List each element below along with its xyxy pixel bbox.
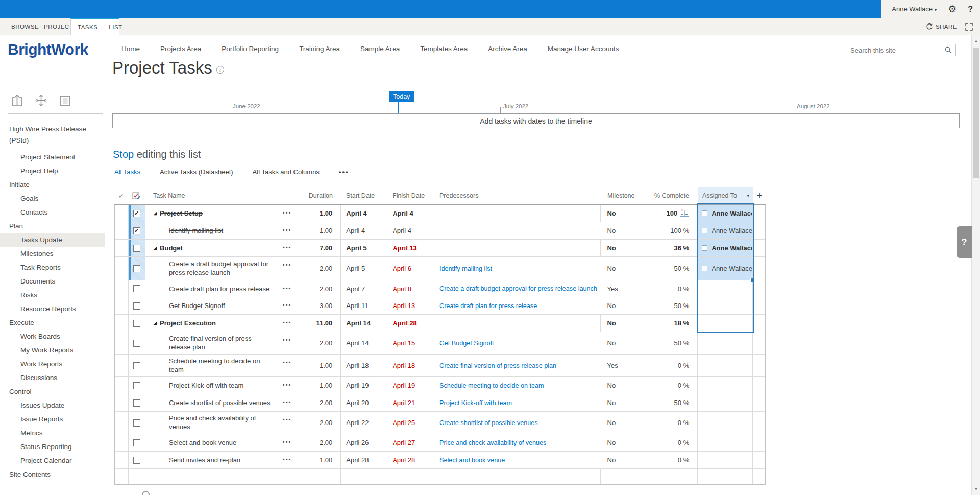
row-gutter-cell[interactable] bbox=[115, 452, 129, 468]
percent-complete-cell[interactable]: 0 % bbox=[649, 434, 698, 451]
row-select-cell[interactable] bbox=[129, 469, 145, 484]
row-menu-ellipsis[interactable]: ••• bbox=[283, 416, 292, 422]
predecessor-link[interactable]: Project Kick-off with team bbox=[439, 399, 512, 407]
milestone-cell[interactable]: No bbox=[601, 257, 650, 280]
row-select-cell[interactable]: ✓ bbox=[129, 222, 145, 239]
tab-browse[interactable]: BROWSE bbox=[11, 18, 39, 35]
predecessors-cell[interactable] bbox=[435, 222, 601, 239]
duration-cell[interactable]: 1.00 bbox=[303, 452, 341, 468]
tab-project[interactable]: PROJECT bbox=[44, 18, 73, 35]
sidebar-item-plan[interactable]: Plan bbox=[0, 219, 105, 233]
row-select-cell[interactable] bbox=[129, 280, 145, 297]
row-checkbox[interactable] bbox=[133, 245, 140, 252]
header-start-date[interactable]: Start Date bbox=[341, 187, 387, 204]
finish-date-cell[interactable]: April 18 bbox=[387, 355, 435, 376]
scroll-down-arrow[interactable]: ▼ bbox=[972, 487, 980, 491]
assigned-to-cell[interactable] bbox=[698, 452, 753, 468]
row-checkbox[interactable] bbox=[133, 439, 140, 446]
milestone-cell[interactable]: No bbox=[601, 452, 650, 468]
add-column-button[interactable]: + bbox=[753, 187, 766, 204]
top-nav-item-manage-user-accounts[interactable]: Manage User Accounts bbox=[548, 45, 619, 53]
tab-tasks[interactable]: TASKS bbox=[78, 19, 97, 35]
predecessors-cell[interactable]: Project Kick-off with team bbox=[435, 394, 601, 411]
view-all-tasks-and-columns[interactable]: All Tasks and Columns bbox=[253, 168, 320, 176]
row-menu-ellipsis[interactable]: ••• bbox=[283, 359, 292, 365]
top-nav-item-training-area[interactable]: Training Area bbox=[299, 45, 340, 53]
help-flyout-tab[interactable]: ? bbox=[957, 226, 972, 258]
row-menu-ellipsis[interactable]: ••• bbox=[283, 209, 292, 216]
row-checkbox[interactable] bbox=[133, 285, 140, 292]
row-menu-ellipsis[interactable]: ••• bbox=[283, 262, 292, 268]
duration-cell[interactable]: 2.00 bbox=[303, 257, 341, 280]
stop-editing-link[interactable]: Stop bbox=[113, 149, 134, 160]
milestone-cell[interactable]: No bbox=[601, 297, 650, 314]
view-all-tasks[interactable]: All Tasks bbox=[114, 168, 140, 176]
cell-editor-icon[interactable] bbox=[680, 209, 689, 218]
sidebar-item-tasks-update[interactable]: Tasks Update bbox=[0, 233, 105, 247]
sidebar-item-project-calendar[interactable]: Project Calendar bbox=[0, 454, 105, 467]
duration-cell[interactable]: 2.00 bbox=[303, 280, 341, 297]
task-name-cell[interactable]: ◢Project Setup••• bbox=[145, 205, 304, 222]
task-name-cell[interactable]: Create shortlist of possible venues••• bbox=[145, 394, 304, 411]
percent-complete-cell[interactable]: 50 % bbox=[649, 297, 698, 314]
duration-cell[interactable]: 1.00 bbox=[303, 355, 341, 376]
row-gutter-cell[interactable] bbox=[115, 355, 129, 376]
scroll-up-arrow[interactable]: ▲ bbox=[972, 39, 980, 43]
header-percent-complete[interactable]: % Complete bbox=[650, 187, 698, 204]
brightwork-logo[interactable]: BrightWork bbox=[8, 41, 88, 58]
assigned-to-cell[interactable] bbox=[698, 412, 753, 434]
top-nav-item-sample-area[interactable]: Sample Area bbox=[360, 45, 400, 53]
assigned-to-cell[interactable] bbox=[698, 434, 753, 451]
vertical-scrollbar[interactable]: ▲ ▼ bbox=[971, 35, 980, 495]
sidebar-item-control[interactable]: Control bbox=[0, 385, 105, 398]
task-name-cell[interactable]: Create draft plan for press release••• bbox=[145, 280, 304, 297]
start-date-cell[interactable]: April 4 bbox=[341, 222, 387, 239]
row-menu-ellipsis[interactable]: ••• bbox=[283, 439, 292, 445]
task-name-cell[interactable]: Select and book venue••• bbox=[145, 434, 304, 451]
row-gutter-cell[interactable] bbox=[115, 332, 129, 354]
group-expand-icon[interactable]: ◢ bbox=[154, 246, 157, 250]
milestone-cell[interactable]: Yes bbox=[601, 355, 650, 376]
start-date-cell[interactable]: April 5 bbox=[341, 240, 387, 256]
promote-share-icon[interactable] bbox=[10, 93, 24, 107]
presence-checkbox[interactable] bbox=[702, 228, 707, 233]
row-menu-ellipsis[interactable]: ••• bbox=[283, 302, 292, 308]
sidebar-item-work-boards[interactable]: Work Boards bbox=[0, 329, 105, 343]
fill-handle[interactable] bbox=[750, 278, 755, 282]
presence-checkbox[interactable] bbox=[702, 245, 707, 251]
sidebar-item-high-wire-press-release-pstd-[interactable]: High Wire Press Release (PStd) bbox=[0, 122, 94, 150]
row-select-cell[interactable] bbox=[129, 297, 145, 314]
duration-cell[interactable]: 1.00 bbox=[303, 222, 341, 239]
row-select-cell[interactable] bbox=[129, 315, 145, 332]
notes-list-icon[interactable] bbox=[58, 93, 72, 107]
task-name-cell[interactable]: ◢Project Execution••• bbox=[145, 315, 304, 332]
start-date-cell[interactable]: April 4 bbox=[341, 205, 387, 222]
start-date-cell[interactable]: April 18 bbox=[341, 355, 387, 376]
finish-date-cell[interactable]: April 4 bbox=[387, 205, 435, 222]
predecessors-cell[interactable]: Create final version of press release pl… bbox=[435, 355, 601, 376]
milestone-cell[interactable]: No bbox=[601, 240, 649, 256]
top-nav-item-archive-area[interactable]: Archive Area bbox=[488, 45, 527, 53]
assigned-to-cell[interactable]: Anne Wallace bbox=[698, 222, 753, 239]
assigned-to-cell[interactable] bbox=[698, 280, 753, 297]
row-checkbox[interactable]: ✓ bbox=[133, 227, 140, 234]
assigned-to-cell[interactable] bbox=[698, 469, 753, 484]
duration-cell[interactable]: 2.00 bbox=[303, 412, 341, 434]
task-name-cell[interactable]: Send invites and re-plan••• bbox=[145, 452, 304, 468]
row-checkbox[interactable] bbox=[133, 382, 140, 389]
start-date-cell[interactable]: April 5 bbox=[341, 257, 387, 280]
predecessor-link[interactable]: Create draft plan for press release bbox=[439, 302, 537, 310]
row-gutter-cell[interactable] bbox=[115, 297, 129, 314]
sidebar-item-status-reporting[interactable]: Status Reporting bbox=[0, 440, 105, 454]
start-date-cell[interactable]: April 14 bbox=[341, 332, 387, 354]
duration-cell[interactable]: 2.00 bbox=[303, 332, 341, 354]
milestone-cell[interactable]: No bbox=[601, 222, 650, 239]
sidebar-item-issue-reports[interactable]: Issue Reports bbox=[0, 412, 105, 426]
top-nav-item-home[interactable]: Home bbox=[121, 45, 140, 53]
row-menu-ellipsis[interactable]: ••• bbox=[283, 244, 292, 250]
assigned-to-cell[interactable] bbox=[698, 297, 753, 314]
milestone-cell[interactable]: No bbox=[601, 377, 650, 394]
duration-cell[interactable]: 7.00 bbox=[303, 240, 341, 256]
percent-complete-cell[interactable]: 50 % bbox=[649, 257, 698, 280]
duration-cell[interactable] bbox=[303, 469, 341, 484]
